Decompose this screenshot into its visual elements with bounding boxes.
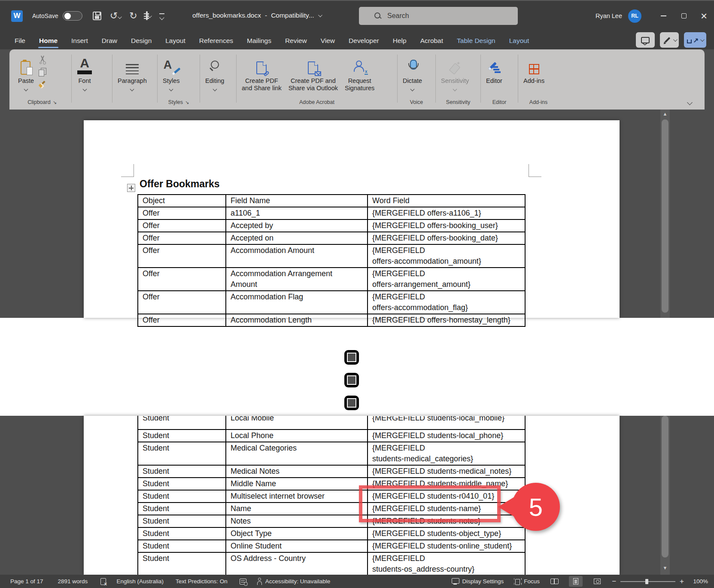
- collapse-ribbon-icon[interactable]: [687, 100, 693, 105]
- cell-field[interactable]: Name: [226, 503, 368, 515]
- cell-word-field[interactable]: {MERGEFIELD offers-a1106_1}: [368, 207, 525, 219]
- cell-field[interactable]: Local Mobile: [226, 416, 368, 430]
- dictate-button[interactable]: Dictate: [399, 54, 425, 91]
- cell-field[interactable]: a1106_1: [226, 207, 368, 219]
- tab-review[interactable]: Review: [278, 32, 314, 49]
- cell-field[interactable]: Notes: [226, 515, 368, 527]
- copy-icon[interactable]: [39, 68, 46, 76]
- tab-mailings[interactable]: Mailings: [240, 32, 278, 49]
- cell-object[interactable]: Offer: [138, 232, 226, 244]
- cell-object[interactable]: Offer: [138, 207, 226, 219]
- search-input[interactable]: Search: [359, 7, 518, 25]
- undo-chevron-icon[interactable]: [118, 15, 122, 19]
- zoom-out-button[interactable]: −: [612, 578, 616, 585]
- cell-word-field[interactable]: {MERGEFIELD students-local_phone}: [368, 430, 525, 442]
- cell-word-field[interactable]: {MERGEFIELD students-online_student}: [368, 540, 525, 552]
- tab-layout-contextual[interactable]: Layout: [502, 32, 536, 49]
- cell-object[interactable]: Student: [138, 503, 226, 515]
- header-object[interactable]: Object: [138, 195, 226, 207]
- close-button[interactable]: ×: [694, 4, 714, 28]
- cell-object[interactable]: Student: [138, 490, 226, 503]
- cell-field[interactable]: Accommodation Arrangement Amount: [226, 268, 368, 291]
- pane-button[interactable]: [146, 12, 151, 20]
- cell-field[interactable]: Medical Categories: [226, 442, 368, 465]
- cell-field[interactable]: Local Phone: [226, 430, 368, 442]
- editing-mode-button[interactable]: [660, 32, 679, 48]
- cell-object[interactable]: Offer: [138, 291, 226, 314]
- cell-word-field[interactable]: {MERGEFIELD offers-accommodation_amount}: [368, 244, 525, 268]
- cell-object[interactable]: Student: [138, 552, 226, 576]
- table-move-handle-icon[interactable]: [127, 184, 135, 192]
- tab-insert[interactable]: Insert: [64, 32, 95, 49]
- tab-help[interactable]: Help: [386, 32, 413, 49]
- print-layout-button[interactable]: [569, 576, 583, 587]
- header-word-field[interactable]: Word Field: [368, 195, 525, 207]
- editing-button[interactable]: Editing: [202, 54, 228, 91]
- tab-draw[interactable]: Draw: [95, 32, 124, 49]
- cell-field[interactable]: Accommodation Amount: [226, 244, 368, 268]
- comments-button[interactable]: [636, 32, 655, 48]
- cell-word-field[interactable]: {MERGEFIELD offers-booking_user}: [368, 219, 525, 232]
- autosave-toggle[interactable]: [63, 11, 82, 21]
- cell-object[interactable]: Offer: [138, 314, 226, 326]
- clipboard-dialog-launcher-icon[interactable]: ↘: [53, 100, 57, 105]
- save-icon[interactable]: [93, 12, 101, 20]
- redo-icon[interactable]: ↻: [129, 11, 137, 21]
- cell-field[interactable]: Multiselect internet browser: [226, 490, 368, 503]
- text-predictions[interactable]: Text Predictions: On: [176, 578, 228, 585]
- cell-object[interactable]: Offer: [138, 268, 226, 291]
- scroll-up-icon[interactable]: ▲: [662, 111, 668, 116]
- cell-object[interactable]: Student: [138, 478, 226, 490]
- cell-field[interactable]: Middle Name: [226, 478, 368, 490]
- editor-button[interactable]: Editor: [483, 54, 506, 85]
- cell-object[interactable]: Student: [138, 527, 226, 540]
- request-signatures-button[interactable]: x Request Signatures: [341, 54, 378, 93]
- undo-button[interactable]: ↺: [110, 11, 121, 21]
- zoom-slider[interactable]: [620, 581, 675, 582]
- tab-layout[interactable]: Layout: [158, 32, 192, 49]
- cell-word-field[interactable]: {MERGEFIELD offers-homestay_length}: [368, 314, 525, 326]
- tab-developer[interactable]: Developer: [342, 32, 386, 49]
- tab-references[interactable]: References: [192, 32, 240, 49]
- tab-home[interactable]: Home: [32, 32, 64, 49]
- tab-view[interactable]: View: [314, 32, 342, 49]
- cell-object[interactable]: Offer: [138, 219, 226, 232]
- zoom-in-button[interactable]: +: [680, 578, 684, 585]
- styles-button[interactable]: A Styles: [159, 54, 183, 91]
- cell-word-field[interactable]: {MERGEFIELD students-medical_notes}: [368, 465, 525, 478]
- scroll-down-icon[interactable]: ▼: [662, 565, 668, 570]
- accessibility-status[interactable]: Accessibility: Unavailable: [257, 578, 331, 585]
- zoom-slider-thumb[interactable]: [645, 579, 648, 584]
- addins-button[interactable]: Add-ins: [520, 54, 548, 85]
- cell-field[interactable]: Accommodation Flag: [226, 291, 368, 314]
- cell-field[interactable]: Medical Notes: [226, 465, 368, 478]
- vertical-scrollbar-thumb-bottom[interactable]: [662, 416, 668, 558]
- cell-object[interactable]: Student: [138, 416, 226, 430]
- avatar[interactable]: RL: [628, 9, 641, 23]
- read-mode-button[interactable]: [547, 576, 561, 587]
- cell-object[interactable]: Student: [138, 465, 226, 478]
- maximize-button[interactable]: [674, 4, 694, 28]
- cell-word-field[interactable]: {MERGEFIELD students-local_mobile}: [368, 416, 525, 430]
- paste-button[interactable]: Paste: [15, 54, 37, 91]
- tab-table-design[interactable]: Table Design: [450, 32, 502, 49]
- vertical-scrollbar-thumb[interactable]: [662, 119, 668, 313]
- focus-button[interactable]: Focus: [514, 578, 540, 585]
- header-field-name[interactable]: Field Name: [226, 195, 368, 207]
- word-count[interactable]: 2891 words: [58, 578, 88, 585]
- cell-object[interactable]: Student: [138, 540, 226, 552]
- cell-field[interactable]: Accommodation Length: [226, 314, 368, 326]
- cell-object[interactable]: Offer: [138, 244, 226, 268]
- cell-field[interactable]: Accepted by: [226, 219, 368, 232]
- cell-object[interactable]: Student: [138, 430, 226, 442]
- display-settings-button[interactable]: Display Settings: [452, 578, 504, 585]
- language-indicator[interactable]: English (Australia): [116, 578, 164, 585]
- tab-acrobat[interactable]: Acrobat: [413, 32, 450, 49]
- cell-object[interactable]: Student: [138, 442, 226, 465]
- cell-word-field[interactable]: {MERGEFIELD offers-booking_date}: [368, 232, 525, 244]
- minimize-button[interactable]: [653, 4, 674, 28]
- cell-word-field[interactable]: {MERGEFIELD students-os_address-country}: [368, 552, 525, 576]
- proofing-status[interactable]: [100, 578, 106, 585]
- cut-icon[interactable]: [39, 55, 46, 64]
- cell-field[interactable]: Accepted on: [226, 232, 368, 244]
